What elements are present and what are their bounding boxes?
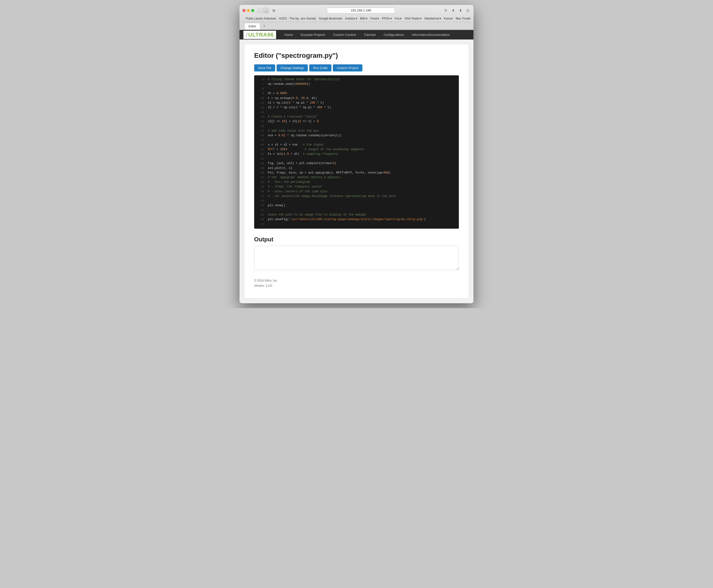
code-line: 29 # - freqs: the frequency vector [254, 185, 459, 189]
code-line: 28 # - Pxx: the periodogram [254, 180, 459, 185]
title-bar: ‹ › ⊞ 192.168.1.188 ↻ ⬇ ⬆ ⊡ Pulse Larsen… [240, 5, 473, 30]
code-line: 20 x = s1 + s2 + nse # the signal [254, 143, 459, 147]
save-file-button[interactable]: Save File [254, 64, 275, 71]
nav-home[interactable]: Home [281, 30, 296, 40]
bookmark-arduino[interactable]: Arduino ▾ [344, 16, 359, 21]
code-line: 27 # the `specgram` method returns 4 obj… [254, 175, 459, 180]
logo-slash: / [246, 32, 247, 38]
bookmark-kona[interactable]: Kona ▾ [442, 16, 454, 21]
tab-bar: Editor + [242, 22, 471, 30]
nav-example-projects[interactable]: Example Projects [297, 30, 329, 40]
code-line: 31 # - im: matplotlib.image.AxesImage in… [254, 194, 459, 199]
bookmark-aces[interactable]: ACES - The Ap...tics Society [277, 16, 317, 21]
bookmark-pulse-larsen[interactable]: Pulse Larsen Antennas [244, 16, 277, 21]
active-tab[interactable]: Editor [244, 23, 260, 29]
nav-buttons: ‹ › [257, 8, 269, 13]
nav-tutorials[interactable]: Tutorials [361, 30, 379, 40]
copyright-text: © 2018 Xilinx, Inc. [254, 278, 459, 284]
button-group: Save File Change Settings Run Code Custo… [254, 64, 459, 71]
code-line: 17 # add some noise into the mix [254, 129, 459, 133]
output-section: Output [254, 236, 459, 271]
page-title: Editor ("spectrogram.py") [254, 52, 459, 60]
main-content: Editor ("spectrogram.py") Save File Chan… [240, 40, 473, 303]
browser-window: ‹ › ⊞ 192.168.1.188 ↻ ⬇ ⬆ ⊡ Pulse Larsen… [240, 5, 473, 303]
address-bar-container: 192.168.1.188 [283, 7, 438, 14]
chevron-down-icon: ▾ [390, 17, 392, 20]
chevron-down-icon: ▾ [451, 17, 453, 20]
grid-icon: ⊞ [271, 8, 277, 13]
nav-configurations[interactable]: Configurations [380, 30, 407, 40]
site-logo[interactable]: / ULTRA96 [243, 31, 276, 39]
bookmark-gnu-radio[interactable]: GNU Radio ▾ [403, 16, 423, 21]
code-line: 16 [254, 124, 459, 129]
chevron-down-icon: ▾ [439, 17, 441, 20]
reload-icon[interactable]: ↻ [443, 8, 449, 13]
code-line: 26 Pxx, freqs, bins, im = ax2.specgram(x… [254, 171, 459, 175]
run-code-button[interactable]: Run Code [309, 64, 331, 71]
tab-label: Editor [249, 25, 256, 28]
bookmarks-bar: Pulse Larsen Antennas ACES - The Ap...ti… [242, 15, 471, 22]
code-line: 32 [254, 199, 459, 203]
code-line: 33 plt.show() [254, 203, 459, 208]
chevron-down-icon: ▾ [377, 17, 379, 20]
download-icon[interactable]: ⬇ [451, 8, 456, 13]
code-line: 21 NFFT = 1024 # length of the windowing… [254, 147, 459, 152]
chevron-down-icon: ▾ [400, 17, 402, 20]
content-card: Editor ("spectrogram.py") Save File Chan… [244, 44, 469, 298]
code-line: 34 [254, 208, 459, 213]
minimize-button[interactable] [247, 9, 250, 12]
site-nav-links: Home Example Projects Custom Content Tut… [281, 30, 453, 40]
browser-actions: ↻ ⬇ ⬆ ⊡ [443, 8, 471, 13]
code-line: 36 plt.savefig('/usr/share/ultra96-start… [254, 217, 459, 222]
code-line: 7 np.random.seed(19680801) [254, 82, 459, 87]
code-line: 8 [254, 87, 459, 91]
nav-custom-content[interactable]: Custom Content [330, 30, 360, 40]
share-icon[interactable]: ⬆ [458, 8, 463, 13]
nav-info-docs[interactable]: Information/Documentation [408, 30, 453, 40]
chevron-down-icon: ▾ [420, 17, 422, 20]
code-editor[interactable]: 6 # fixing random state for reproducibil… [254, 75, 459, 229]
forward-button[interactable]: › [263, 8, 269, 13]
maximize-button[interactable] [251, 9, 254, 12]
code-line: 18 nse = 0.01 * np.random.random(size=le… [254, 133, 459, 138]
bookmark-food[interactable]: Food ▾ [369, 16, 381, 21]
custom-project-button[interactable]: Custom Project [333, 64, 362, 71]
code-line: 25 ax1.plot(t, s) [254, 166, 459, 171]
site-nav: / ULTRA96 Home Example Projects Custom C… [240, 30, 473, 40]
code-line: 13 [254, 110, 459, 114]
code-line: 19 [254, 138, 459, 143]
code-line: 6 # fixing random state for reproducibil… [254, 77, 459, 82]
bookmark-fun[interactable]: Fun ▾ [393, 16, 403, 21]
chevron-down-icon: ▾ [366, 17, 367, 20]
code-line: 35 #save the plot to an image file to di… [254, 213, 459, 217]
code-line: 15 s2[t <= 10] = s2[12 <= t] = 0 [254, 119, 459, 124]
back-button[interactable]: ‹ [257, 8, 262, 13]
change-settings-button[interactable]: Change Settings [277, 64, 308, 71]
output-textarea[interactable] [254, 246, 459, 270]
window-icon[interactable]: ⊡ [465, 8, 471, 13]
bookmark-google[interactable]: Google Bookmark [317, 16, 344, 21]
footer: © 2018 Xilinx, Inc. Version: 1.0.0 [254, 278, 459, 289]
code-line: 37 [254, 222, 459, 227]
traffic-lights [242, 9, 254, 12]
code-line: 22 Fs = int(1.0 / dt) # sampling frequen… [254, 152, 459, 156]
bookmark-mac-troubleshooting[interactable]: Mac Troubleshooting ▾ [454, 16, 471, 21]
code-line: 12 s2 = 2 * np.sin(2 * np.pi * 400 * t) [254, 105, 459, 110]
bookmark-wanderlust[interactable]: Wanderlust ▾ [423, 16, 442, 21]
version-text: Version: 1.0.0 [254, 283, 459, 289]
code-line: 24 fig, (ax1, ax2) = plt.subplots(nrows=… [254, 161, 459, 166]
new-tab-button[interactable]: + [261, 23, 267, 29]
code-line: 9 dt = 0.0005 [254, 91, 459, 96]
code-line: 10 t = np.arange(0.0, 20.0, dt) [254, 96, 459, 101]
bookmark-fpga[interactable]: FPGA ▾ [381, 16, 393, 21]
logo-text: ULTRA96 [248, 32, 274, 38]
close-button[interactable] [242, 9, 245, 12]
code-line: 23 [254, 156, 459, 161]
chevron-down-icon: ▾ [356, 17, 357, 20]
output-title: Output [254, 236, 459, 243]
code-line: 14 # create a transient "chirp" [254, 114, 459, 119]
code-line: 30 # - bins: centers of the time bins [254, 189, 459, 194]
bookmark-bills[interactable]: Bills ▾ [359, 16, 369, 21]
code-line: 11 s1 = np.sin(2 * np.pi * 100 * t) [254, 101, 459, 105]
address-bar[interactable]: 192.168.1.188 [327, 7, 395, 14]
